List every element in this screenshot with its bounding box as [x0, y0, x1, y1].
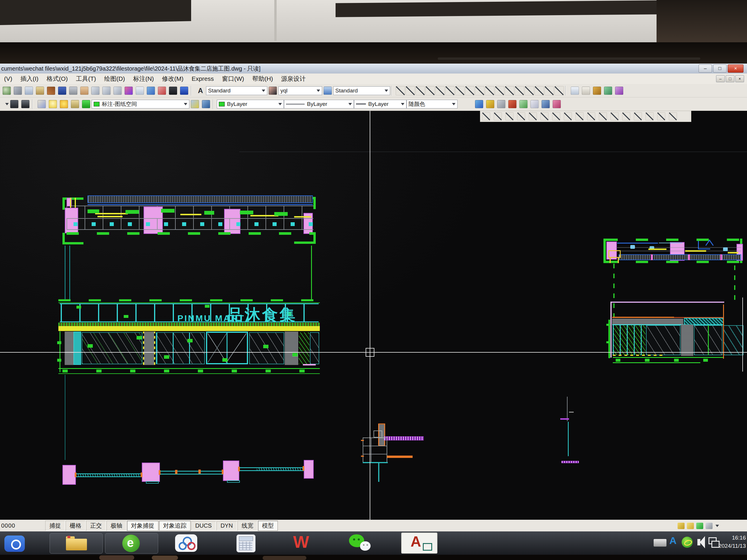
calculator-icon[interactable] — [168, 85, 179, 96]
layer-off-bulb-icon[interactable] — [47, 99, 58, 110]
join-icon[interactable] — [632, 111, 644, 121]
xref-icon[interactable] — [496, 99, 507, 110]
dim-style-combo[interactable]: yql — [278, 86, 322, 95]
block-editor-icon[interactable] — [485, 99, 496, 110]
publish-icon[interactable] — [1, 85, 12, 96]
copy-icon[interactable] — [23, 85, 34, 96]
annotation-visibility-icon[interactable] — [696, 523, 703, 529]
line-icon[interactable] — [395, 85, 405, 96]
offset-icon[interactable] — [515, 111, 527, 121]
toggle-polar[interactable]: 极轴 — [106, 521, 126, 531]
toolbar-dropdown-icon[interactable] — [1, 99, 9, 110]
chevron-down-icon[interactable] — [401, 103, 405, 105]
menu-insert[interactable]: 插入(I) — [16, 75, 43, 83]
tray-settings-icon[interactable] — [705, 523, 713, 529]
chevron-down-icon[interactable] — [278, 103, 282, 105]
autocad-taskbar-button[interactable]: A — [401, 533, 437, 554]
toggle-osnap[interactable]: 对象捕捉 — [127, 521, 158, 531]
point-icon[interactable] — [524, 85, 534, 96]
plot-style-combo[interactable]: 随颜色 — [407, 100, 458, 108]
layer-combo[interactable]: 标注-图纸空间 — [92, 100, 189, 108]
layer-previous-icon[interactable] — [189, 99, 201, 110]
explode-icon[interactable] — [667, 111, 679, 121]
menu-view[interactable]: (V) — [0, 75, 16, 82]
linetype-combo[interactable]: ByLayer — [284, 100, 354, 108]
menu-modify[interactable]: 修改(M) — [158, 75, 187, 83]
hatch-icon[interactable] — [534, 85, 544, 96]
text-style-combo[interactable]: Standard — [206, 86, 267, 95]
field-icon[interactable] — [518, 99, 529, 110]
polyline-icon[interactable] — [415, 85, 425, 96]
menu-help[interactable]: 帮助(H) — [248, 75, 277, 83]
mirror-icon[interactable] — [504, 111, 515, 121]
dim-style-icon[interactable] — [267, 85, 278, 96]
mdi-close-button[interactable]: × — [735, 75, 744, 82]
menu-express[interactable]: Express — [188, 75, 218, 82]
annotation-scale-icon[interactable] — [687, 523, 694, 529]
spline-icon[interactable] — [475, 85, 485, 96]
menu-tools[interactable]: 工具(T) — [72, 75, 100, 83]
scale-icon[interactable] — [562, 111, 574, 121]
markup-icon[interactable] — [145, 85, 156, 96]
chevron-down-icon[interactable] — [317, 89, 320, 92]
menu-draw[interactable]: 绘图(D) — [100, 75, 129, 83]
mtext-icon[interactable] — [581, 85, 591, 96]
tool-palettes-icon[interactable] — [9, 99, 20, 110]
drawing-canvas[interactable]: PINMU MART 品沐食集 — [0, 111, 747, 520]
spell-check-icon[interactable] — [529, 99, 540, 110]
tray-clock[interactable]: 16:16 2024/11/13 — [717, 534, 746, 550]
insert-block-icon[interactable] — [505, 85, 514, 96]
annotation-warning-icon[interactable] — [677, 523, 685, 529]
paste-icon[interactable] — [34, 85, 46, 96]
minimize-button[interactable]: – — [699, 64, 712, 73]
lineweight-combo[interactable]: ByLayer — [354, 100, 407, 108]
quick-calc-icon[interactable] — [540, 99, 551, 110]
toggle-snap[interactable]: 捕捉 — [45, 521, 65, 531]
wipeout-icon[interactable] — [507, 99, 518, 110]
layer-freeze-icon[interactable] — [58, 99, 70, 110]
ellipse-arc-icon[interactable] — [495, 85, 505, 96]
toggle-dyn[interactable]: DYN — [216, 521, 237, 530]
redo-icon[interactable] — [68, 85, 79, 96]
menu-yuanquan-design[interactable]: 源泉设计 — [277, 75, 310, 83]
layer-lock-icon[interactable] — [70, 99, 80, 110]
file-manager-button[interactable] — [50, 533, 103, 554]
toggle-model[interactable]: 模型 — [258, 521, 278, 531]
extend-icon[interactable] — [597, 111, 609, 121]
input-keyboard-icon[interactable] — [654, 539, 667, 546]
color-combo[interactable]: ByLayer — [217, 100, 284, 108]
menu-dimension[interactable]: 标注(N) — [129, 75, 158, 83]
match-properties-icon[interactable] — [473, 99, 485, 110]
status-menu-arrow-icon[interactable] — [716, 525, 719, 527]
zoom-realtime-icon[interactable] — [90, 85, 101, 96]
rotate-icon[interactable] — [550, 111, 562, 121]
undo-icon[interactable] — [57, 85, 68, 96]
rectangle-icon[interactable] — [435, 85, 445, 96]
layer-color-icon[interactable] — [80, 99, 92, 110]
chevron-down-icon[interactable] — [262, 89, 265, 92]
zoom-window-icon[interactable] — [101, 85, 112, 96]
break-icon[interactable] — [620, 111, 632, 121]
chevron-down-icon[interactable] — [184, 103, 187, 105]
array-icon[interactable] — [527, 111, 539, 121]
break-point-icon[interactable] — [609, 111, 620, 121]
circle-icon[interactable] — [455, 85, 465, 96]
wechat-icon[interactable] — [347, 534, 372, 552]
toggle-grid[interactable]: 栅格 — [66, 521, 85, 531]
chevron-down-icon[interactable] — [385, 89, 388, 92]
copy-object-icon[interactable] — [492, 111, 504, 121]
autodesk-tray-icon[interactable]: A — [669, 535, 677, 546]
wps-icon[interactable]: W — [289, 532, 313, 550]
quick-dim-icon[interactable] — [591, 85, 602, 96]
sheetset-icon[interactable] — [123, 85, 134, 96]
layer-properties-icon[interactable] — [36, 99, 47, 110]
toggle-lwt[interactable]: 线宽 — [237, 521, 257, 531]
fillet-icon[interactable] — [655, 111, 667, 121]
region-icon[interactable] — [554, 85, 564, 96]
mdi-minimize-button[interactable]: – — [716, 75, 725, 82]
toggle-otrack[interactable]: 对象追踪 — [159, 521, 190, 531]
publish-sheet-icon[interactable] — [551, 99, 562, 110]
restore-button[interactable]: □ — [713, 64, 727, 73]
close-button[interactable]: × — [728, 64, 744, 73]
toggle-ortho[interactable]: 正交 — [86, 521, 106, 531]
